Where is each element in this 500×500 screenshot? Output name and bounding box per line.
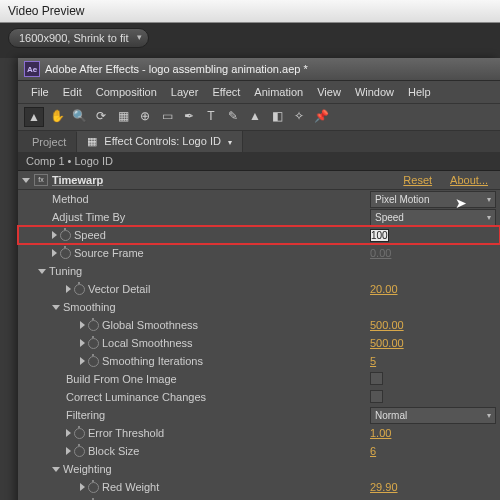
red-weight-stopwatch-icon[interactable] <box>88 482 99 493</box>
prop-global-smoothness: Global Smoothness 500.00 <box>18 316 500 334</box>
weighting-twirl-icon[interactable] <box>52 467 60 472</box>
prop-correct-lum: Correct Luminance Changes <box>18 388 500 406</box>
toolbar: ▲ ✋ 🔍 ⟳ ▦ ⊕ ▭ ✒ T ✎ ▲ ◧ ✧ 📌 <box>18 104 500 131</box>
roto-tool-icon[interactable]: ✧ <box>290 107 308 125</box>
prop-local-smoothness: Local Smoothness 500.00 <box>18 334 500 352</box>
error-threshold-value[interactable]: 1.00 <box>370 427 500 439</box>
vector-detail-twirl-icon[interactable] <box>66 285 71 293</box>
prop-method: Method Pixel Motion <box>18 190 500 208</box>
smoothing-twirl-icon[interactable] <box>52 305 60 310</box>
menubar: File Edit Composition Layer Effect Anima… <box>18 81 500 104</box>
rect-tool-icon[interactable]: ▭ <box>158 107 176 125</box>
red-weight-value[interactable]: 29.90 <box>370 481 500 493</box>
prop-block-size: Block Size 6 <box>18 442 500 460</box>
tab-dropdown-icon[interactable]: ▾ <box>228 138 232 147</box>
correct-lum-checkbox[interactable] <box>370 390 383 403</box>
prop-vector-detail: Vector Detail 20.00 <box>18 280 500 298</box>
about-link[interactable]: About... <box>450 174 488 186</box>
smoothing-iterations-twirl-icon[interactable] <box>80 357 85 365</box>
titlebar-text: Adobe After Effects - logo assembling an… <box>45 63 494 75</box>
brush-tool-icon[interactable]: ✎ <box>224 107 242 125</box>
resolution-bar: 1600x900, Shrink to fit <box>0 23 500 58</box>
menu-window[interactable]: Window <box>348 84 401 100</box>
correct-lum-label: Correct Luminance Changes <box>66 391 206 403</box>
source-frame-stopwatch-icon <box>60 248 71 259</box>
menu-file[interactable]: File <box>24 84 56 100</box>
reset-link[interactable]: Reset <box>403 174 432 186</box>
menu-animation[interactable]: Animation <box>247 84 310 100</box>
camera-tool-icon[interactable]: ▦ <box>114 107 132 125</box>
smoothing-iterations-value[interactable]: 5 <box>370 355 500 367</box>
tab-effect-controls-label: Effect Controls: Logo ID <box>104 135 221 147</box>
error-threshold-stopwatch-icon[interactable] <box>74 428 85 439</box>
after-effects-window: Ae Adobe After Effects - logo assembling… <box>18 58 500 500</box>
build-one-label: Build From One Image <box>66 373 177 385</box>
type-tool-icon[interactable]: T <box>202 107 220 125</box>
local-smoothness-value[interactable]: 500.00 <box>370 337 500 349</box>
speed-label: Speed <box>74 229 106 241</box>
pen-tool-icon[interactable]: ✒ <box>180 107 198 125</box>
resolution-dropdown[interactable]: 1600x900, Shrink to fit <box>8 28 149 48</box>
block-size-value[interactable]: 6 <box>370 445 500 457</box>
local-smoothness-stopwatch-icon[interactable] <box>88 338 99 349</box>
prop-red-weight: Red Weight 29.90 <box>18 478 500 496</box>
smoothing-iterations-label: Smoothing Iterations <box>102 355 203 367</box>
vector-detail-value[interactable]: 20.00 <box>370 283 500 295</box>
tab-project[interactable]: Project <box>22 132 77 152</box>
prop-filtering: Filtering Normal <box>18 406 500 424</box>
smoothing-iterations-stopwatch-icon[interactable] <box>88 356 99 367</box>
effect-properties: Method Pixel Motion Adjust Time By Speed… <box>18 190 500 500</box>
prop-source-frame: Source Frame 0.00 <box>18 244 500 262</box>
panel-tabs: Project ▦ Effect Controls: Logo ID ▾ <box>18 131 500 152</box>
red-weight-label: Red Weight <box>102 481 159 493</box>
fx-enable-toggle[interactable]: fx <box>34 174 48 186</box>
menu-view[interactable]: View <box>310 84 348 100</box>
fx-tab-icon: ▦ <box>87 135 97 147</box>
zoom-tool-icon[interactable]: 🔍 <box>70 107 88 125</box>
tuning-twirl-icon[interactable] <box>38 269 46 274</box>
build-one-checkbox[interactable] <box>370 372 383 385</box>
eraser-tool-icon[interactable]: ◧ <box>268 107 286 125</box>
prop-build-one: Build From One Image <box>18 370 500 388</box>
prop-tuning: Tuning <box>18 262 500 280</box>
adjust-dropdown[interactable]: Speed <box>370 209 496 226</box>
effect-twirl-icon[interactable] <box>22 178 30 183</box>
block-size-twirl-icon[interactable] <box>66 447 71 455</box>
pan-behind-tool-icon[interactable]: ⊕ <box>136 107 154 125</box>
speed-twirl-icon[interactable] <box>52 231 57 239</box>
block-size-label: Block Size <box>88 445 139 457</box>
menu-edit[interactable]: Edit <box>56 84 89 100</box>
rotate-tool-icon[interactable]: ⟳ <box>92 107 110 125</box>
selection-tool-icon[interactable]: ▲ <box>24 107 44 127</box>
filtering-dropdown[interactable]: Normal <box>370 407 496 424</box>
red-weight-twirl-icon[interactable] <box>80 483 85 491</box>
vector-detail-stopwatch-icon[interactable] <box>74 284 85 295</box>
adjust-label: Adjust Time By <box>52 211 125 223</box>
local-smoothness-twirl-icon[interactable] <box>80 339 85 347</box>
tuning-label: Tuning <box>49 265 82 277</box>
global-smoothness-twirl-icon[interactable] <box>80 321 85 329</box>
titlebar: Ae Adobe After Effects - logo assembling… <box>18 58 500 81</box>
error-threshold-twirl-icon[interactable] <box>66 429 71 437</box>
tab-effect-controls[interactable]: ▦ Effect Controls: Logo ID ▾ <box>77 131 243 152</box>
method-dropdown[interactable]: Pixel Motion <box>370 191 496 208</box>
menu-help[interactable]: Help <box>401 84 438 100</box>
source-frame-twirl-icon <box>52 249 57 257</box>
menu-layer[interactable]: Layer <box>164 84 206 100</box>
global-smoothness-stopwatch-icon[interactable] <box>88 320 99 331</box>
stamp-tool-icon[interactable]: ▲ <box>246 107 264 125</box>
menu-composition[interactable]: Composition <box>89 84 164 100</box>
weighting-label: Weighting <box>63 463 112 475</box>
smoothing-label: Smoothing <box>63 301 116 313</box>
puppet-tool-icon[interactable]: 📌 <box>312 107 330 125</box>
speed-input[interactable]: 100 <box>370 229 389 242</box>
comp-path: Comp 1 • Logo ID <box>18 152 500 171</box>
hand-tool-icon[interactable]: ✋ <box>48 107 66 125</box>
local-smoothness-label: Local Smoothness <box>102 337 193 349</box>
global-smoothness-value[interactable]: 500.00 <box>370 319 500 331</box>
prop-adjust-time-by: Adjust Time By Speed <box>18 208 500 226</box>
effect-name[interactable]: Timewarp <box>52 174 103 186</box>
block-size-stopwatch-icon[interactable] <box>74 446 85 457</box>
speed-stopwatch-icon[interactable] <box>60 230 71 241</box>
menu-effect[interactable]: Effect <box>205 84 247 100</box>
